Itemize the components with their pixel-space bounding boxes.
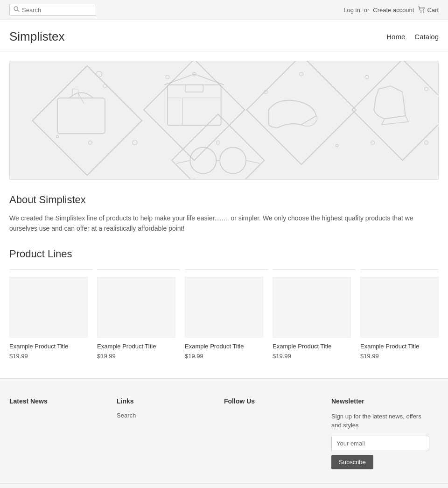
search-icon [14, 6, 20, 14]
product-image-placeholder [273, 277, 351, 338]
footer-links: Links Search [117, 397, 224, 469]
site-header: Simplistex Home Catalog [0, 20, 448, 51]
product-lines-heading: Product Lines [9, 248, 439, 260]
svg-point-3 [423, 12, 424, 13]
about-heading: About Simplistex [9, 194, 439, 206]
product-title: Example Product Title [185, 342, 263, 351]
product-title: Example Product Title [97, 342, 175, 351]
svg-point-0 [14, 7, 18, 10]
site-title[interactable]: Simplistex [9, 29, 64, 44]
top-bar-nav: Log in or Create account Cart [343, 7, 439, 14]
product-item[interactable]: Example Product Title $19.99 [273, 269, 356, 360]
footer-follow-us: Follow Us [224, 397, 331, 469]
search-input[interactable] [22, 7, 92, 14]
product-title: Example Product Title [360, 342, 439, 351]
about-section: About Simplistex We created the Simplist… [0, 194, 448, 234]
links-heading: Links [117, 397, 215, 405]
product-item[interactable]: Example Product Title $19.99 [185, 269, 268, 360]
site-footer: Latest News Links Search Follow Us Newsl… [0, 378, 448, 488]
main-nav: Home Catalog [386, 33, 439, 41]
product-item[interactable]: Example Product Title $19.99 [97, 269, 180, 360]
product-price: $19.99 [360, 353, 439, 360]
product-item[interactable]: Example Product Title $19.99 [9, 269, 92, 360]
about-body: We created the Simplistex line of produc… [9, 213, 439, 234]
product-lines-section: Product Lines Example Product Title $19.… [0, 248, 448, 360]
product-item[interactable]: Example Product Title $19.99 [360, 269, 439, 360]
top-bar: Log in or Create account Cart [0, 0, 448, 20]
newsletter-body: Sign up for the latest news, offers and … [331, 412, 429, 430]
product-title: Example Product Title [9, 342, 88, 351]
login-link[interactable]: Log in [343, 7, 360, 14]
create-account-link[interactable]: Create account [373, 7, 414, 14]
follow-us-heading: Follow Us [224, 397, 322, 405]
cart-link[interactable]: Cart [418, 7, 439, 14]
product-image-placeholder [185, 277, 263, 338]
footer-latest-news: Latest News [9, 397, 117, 469]
footer-newsletter: Newsletter Sign up for the latest news, … [331, 397, 439, 469]
or-text: or [364, 7, 370, 14]
hero-banner [9, 61, 439, 180]
nav-catalog[interactable]: Catalog [414, 33, 439, 41]
product-grid: Example Product Title $19.99 Example Pro… [9, 269, 439, 360]
svg-line-1 [18, 10, 20, 12]
product-image-placeholder [97, 277, 175, 338]
product-image-placeholder [360, 277, 439, 338]
newsletter-heading: Newsletter [331, 397, 429, 405]
footer-search-link[interactable]: Search [117, 412, 215, 419]
svg-point-2 [420, 12, 421, 13]
footer-bottom: Copyright © 2017, Simplistex. Powered by… [0, 483, 448, 488]
product-price: $19.99 [97, 353, 175, 360]
subscribe-button[interactable]: Subscribe [331, 455, 373, 469]
product-price: $19.99 [9, 353, 88, 360]
cart-label: Cart [427, 7, 439, 14]
product-image-placeholder [9, 277, 88, 338]
newsletter-email-input[interactable] [331, 436, 429, 451]
hero-section [0, 61, 448, 180]
product-title: Example Product Title [273, 342, 351, 351]
nav-home[interactable]: Home [386, 33, 405, 41]
footer-columns: Latest News Links Search Follow Us Newsl… [0, 397, 448, 469]
product-price: $19.99 [185, 353, 263, 360]
latest-news-heading: Latest News [9, 397, 107, 405]
product-price: $19.99 [273, 353, 351, 360]
search-form[interactable] [9, 4, 96, 16]
